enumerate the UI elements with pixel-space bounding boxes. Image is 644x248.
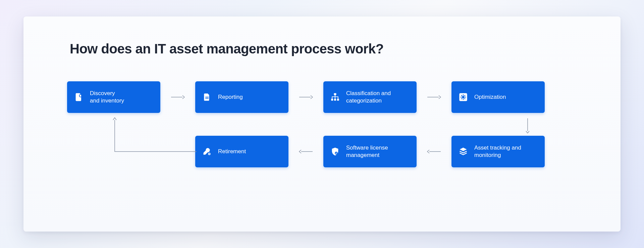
step-label: Optimization [474, 93, 506, 101]
step-label: Asset tracking and monitoring [474, 144, 538, 159]
step-license: Software license management [323, 136, 417, 167]
wrench-gear-icon [202, 147, 212, 157]
step-discovery: Discoveryand inventory [67, 81, 160, 113]
arrow-left-icon [299, 149, 313, 154]
svg-rect-3 [205, 97, 209, 97]
search-doc-icon [74, 92, 84, 102]
step-label: Software license management [346, 144, 410, 159]
svg-line-19 [465, 95, 465, 96]
step-label: Reporting [218, 93, 243, 101]
svg-rect-4 [205, 98, 209, 99]
step-retirement: Retirement [195, 136, 288, 167]
arrow-down-icon [525, 118, 530, 134]
shield-icon [330, 147, 340, 157]
step-classification: Classification and categorization [323, 81, 417, 113]
step-reporting: Reporting [195, 81, 288, 113]
svg-rect-7 [331, 99, 333, 101]
svg-point-26 [209, 154, 210, 155]
step-optimization: Optimization [451, 81, 545, 113]
arrow-right-icon [299, 94, 313, 100]
hierarchy-icon [330, 92, 340, 102]
arrow-right-icon [427, 94, 441, 100]
document-icon [202, 92, 212, 102]
svg-rect-6 [334, 93, 336, 95]
step-label: Retirement [218, 148, 246, 155]
flow-area: Discoveryand inventory Reporting Classif… [67, 81, 577, 196]
svg-line-17 [461, 95, 462, 96]
svg-rect-8 [334, 99, 336, 101]
arrow-loopback-icon [114, 117, 197, 153]
svg-line-20 [461, 98, 462, 99]
svg-point-12 [462, 96, 464, 98]
arrow-right-icon [170, 94, 185, 100]
step-tracking: Asset tracking and monitoring [451, 136, 545, 167]
diagram-title: How does an IT asset management process … [70, 41, 577, 56]
step-label: Classification and categorization [346, 90, 410, 105]
svg-line-18 [465, 98, 465, 99]
flow-row-top: Discoveryand inventory Reporting Classif… [67, 81, 577, 113]
arrow-left-icon [427, 149, 441, 154]
diagram-card: How does an IT asset management process … [23, 16, 621, 232]
layers-icon [458, 147, 468, 157]
svg-rect-9 [337, 99, 339, 101]
step-label: Discoveryand inventory [90, 90, 124, 105]
svg-line-1 [82, 97, 83, 98]
gear-box-icon [458, 92, 468, 102]
